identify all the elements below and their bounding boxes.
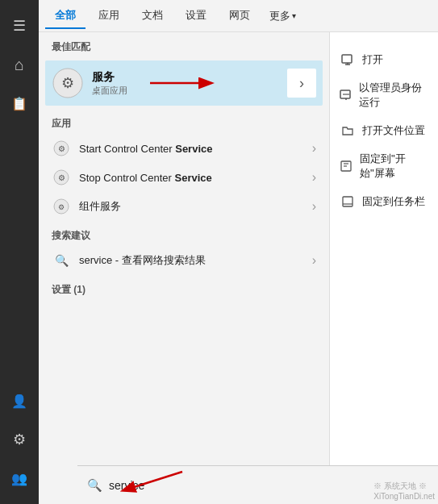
search-input[interactable]	[109, 479, 438, 492]
open-icon	[340, 52, 356, 68]
sidebar-item-hamburger[interactable]: ☰	[0, 6, 39, 45]
tab-docs[interactable]: 文档	[132, 3, 173, 29]
svg-rect-10	[342, 55, 352, 63]
list-item-web-search-label: service - 查看网络搜索结果	[79, 253, 312, 268]
gear-service-icon: ⚙	[52, 68, 83, 98]
list-item-component-services[interactable]: ⚙ 组件服务	[39, 192, 329, 221]
main-area: 全部 应用 文档 设置 网页 更多 ▾ 最佳匹配	[39, 0, 438, 504]
list-item-stop-cc[interactable]: ⚙ Stop Control Center Service	[39, 163, 329, 192]
svg-text:⚙: ⚙	[58, 203, 65, 211]
gear-icon: ⚙	[13, 431, 26, 448]
best-match-title: 服务	[92, 70, 287, 85]
list-item-start-cc[interactable]: ⚙ Start Control Center Service	[39, 134, 329, 163]
action-pin-taskbar-label: 固定到任务栏	[362, 194, 425, 209]
best-match-subtitle: 桌面应用	[92, 85, 287, 97]
tabs-bar: 全部 应用 文档 设置 网页 更多 ▾	[39, 0, 438, 32]
run-as-admin-icon	[340, 87, 352, 103]
sidebar: ☰ ⌂ 📋 👤 ⚙ 👥	[0, 0, 39, 504]
tab-web[interactable]: 网页	[219, 3, 260, 29]
search-bar: 🔍	[77, 465, 438, 504]
user-icon: 👤	[11, 394, 27, 409]
list-item-stop-cc-chevron	[312, 170, 316, 185]
hamburger-icon: ☰	[13, 17, 26, 35]
svg-rect-20	[343, 197, 352, 206]
action-open-file-location[interactable]: 打开文件位置	[340, 116, 428, 145]
svg-text:⚙: ⚙	[58, 173, 65, 182]
tab-settings[interactable]: 设置	[176, 3, 216, 29]
sidebar-item-home[interactable]: ⌂	[0, 45, 39, 84]
action-pin-taskbar[interactable]: 固定到任务栏	[340, 187, 428, 216]
svg-text:⚙: ⚙	[61, 75, 74, 91]
list-item-stop-cc-label: Stop Control Center Service	[79, 172, 312, 184]
sidebar-item-user[interactable]: 👤	[0, 381, 39, 420]
tab-all[interactable]: 全部	[45, 3, 86, 29]
sidebar-item-settings[interactable]: ⚙	[0, 420, 39, 459]
home-icon: ⌂	[15, 56, 24, 74]
best-match-text: 服务 桌面应用	[92, 70, 287, 97]
chevron-down-icon: ▾	[292, 11, 296, 20]
section-header-search-suggest: 搜索建议	[39, 221, 329, 246]
svg-text:⚙: ⚙	[58, 144, 65, 153]
list-item-start-cc-chevron	[312, 141, 316, 156]
component-services-icon: ⚙	[52, 197, 71, 216]
sidebar-item-contacts[interactable]: 📋	[0, 84, 39, 123]
list-item-component-services-label: 组件服务	[79, 199, 312, 214]
search-bar-icon: 🔍	[87, 478, 102, 493]
section-header-apps: 应用	[39, 109, 329, 134]
web-search-icon: 🔍	[52, 251, 71, 270]
action-run-as-admin-label: 以管理员身份运行	[359, 81, 428, 110]
people-icon: 👥	[11, 471, 27, 486]
contacts-icon: 📋	[11, 96, 27, 111]
action-open-file-location-label: 打开文件位置	[362, 123, 425, 138]
section-header-settings: 设置 (1)	[39, 275, 329, 300]
list-item-start-cc-label: Start Control Center Service	[79, 143, 312, 155]
pin-start-icon	[340, 158, 353, 174]
start-cc-icon: ⚙	[52, 139, 71, 158]
action-pin-start[interactable]: 固定到"开始"屏幕	[340, 145, 428, 187]
tab-more[interactable]: 更多 ▾	[263, 4, 302, 28]
action-run-as-admin[interactable]: 以管理员身份运行	[340, 74, 428, 116]
service-app-icon: ⚙	[52, 67, 84, 99]
results-panel: 最佳匹配 ⚙	[39, 32, 329, 504]
list-item-component-services-chevron	[312, 199, 316, 214]
right-panel: 打开 以管理员身份运行 打开文件位置 固定到"开始"屏幕	[329, 32, 438, 504]
section-header-best-match: 最佳匹配	[39, 32, 329, 57]
action-open[interactable]: 打开	[340, 45, 428, 74]
list-item-web-search-chevron	[312, 253, 316, 268]
action-open-label: 打开	[362, 52, 383, 67]
tab-apps[interactable]: 应用	[89, 3, 129, 29]
open-file-location-icon	[340, 123, 356, 139]
list-item-web-search[interactable]: 🔍 service - 查看网络搜索结果	[39, 246, 329, 275]
stop-cc-icon: ⚙	[52, 168, 71, 187]
content-area: 最佳匹配 ⚙	[39, 32, 438, 504]
pin-taskbar-icon	[340, 194, 356, 210]
best-match-arrow-button[interactable]: ›	[287, 69, 316, 98]
best-match-item[interactable]: ⚙ 服务 桌面应用 ›	[45, 60, 323, 106]
sidebar-item-people[interactable]: 👥	[0, 459, 39, 498]
action-pin-start-label: 固定到"开始"屏幕	[360, 152, 428, 181]
